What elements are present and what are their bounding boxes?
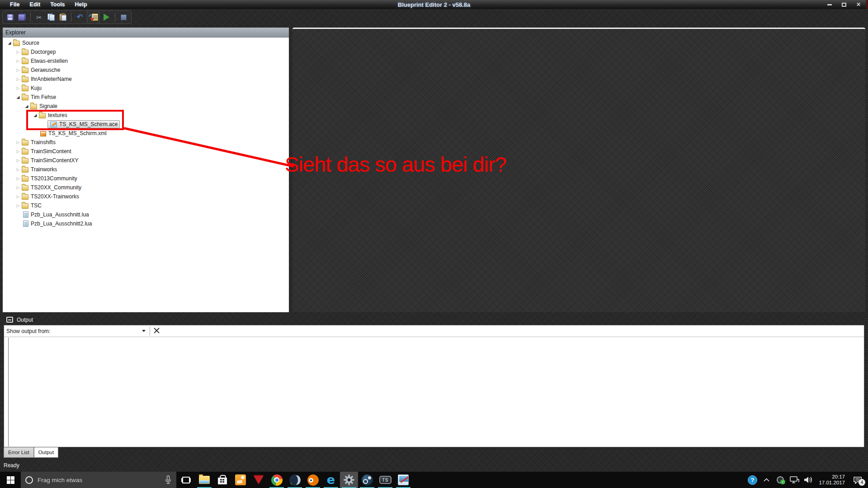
toolbar-separator <box>150 327 150 336</box>
paste-button[interactable] <box>58 13 67 22</box>
expander-collapsed-icon[interactable]: ▷ <box>16 50 20 54</box>
expander-collapsed-icon[interactable]: ▷ <box>16 185 20 190</box>
explorer-tree: ◢Source▷Doctorgep▷Etwas-erstellen▷Geraeu… <box>3 38 289 228</box>
folder-icon <box>13 41 20 46</box>
undo-button[interactable]: ↶ <box>75 13 85 22</box>
taskbar-app-blueprint-editor[interactable] <box>340 472 358 488</box>
tree-item-label: TrainSimContentXY <box>31 157 79 164</box>
show-hidden-icons-button[interactable] <box>761 474 772 486</box>
toolbar-separator <box>30 13 31 22</box>
tree-item[interactable]: ▷TrainSimContentXY <box>3 156 289 165</box>
tree-item[interactable]: Pzb_Lua_Ausschnitt2.lua <box>3 219 289 228</box>
expander-expanded-icon[interactable]: ◢ <box>7 41 12 45</box>
task-view-button[interactable] <box>176 472 195 488</box>
tree-item[interactable]: ▷Trainshifts <box>3 138 289 147</box>
expander-collapsed-icon[interactable]: ▷ <box>16 140 20 145</box>
volume-tray-button[interactable] <box>803 474 814 486</box>
taskbar-apps: eTS <box>195 472 412 488</box>
tree-item-label: TSC <box>31 202 42 209</box>
minimize-button[interactable] <box>824 1 835 8</box>
tree-item[interactable]: ◢Tim Fehse <box>3 93 289 102</box>
expander-collapsed-icon[interactable]: ▷ <box>16 59 20 63</box>
taskbar-app-steam[interactable] <box>358 472 376 488</box>
cut-button[interactable]: ✂ <box>34 13 44 22</box>
tree-item[interactable]: ▷TS20XX_Community <box>3 183 289 192</box>
expander-collapsed-icon[interactable]: ▷ <box>16 86 20 90</box>
taskbar-app-red-v-app[interactable] <box>250 472 268 488</box>
expander-collapsed-icon[interactable]: ▷ <box>16 68 20 72</box>
expander-collapsed-icon[interactable]: ▷ <box>16 77 20 81</box>
menu-item-edit[interactable]: Edit <box>26 0 44 9</box>
taskbar-app-file-explorer[interactable] <box>195 472 213 488</box>
expander-collapsed-icon[interactable]: ▷ <box>16 167 20 172</box>
stop-button[interactable] <box>119 13 128 22</box>
folder-icon <box>22 203 28 209</box>
clock[interactable]: 20:17 17.01.2017 <box>817 474 847 486</box>
expander-collapsed-icon[interactable]: ▷ <box>16 158 20 163</box>
expander-collapsed-icon[interactable]: ▷ <box>16 176 20 181</box>
clock-date: 17.01.2017 <box>819 480 845 486</box>
tree-item[interactable]: TS_KS_MS_Schirm.xml <box>3 129 289 138</box>
tree-item[interactable]: ▷Trainworks <box>3 165 289 174</box>
taskbar: Frag mich etwas eTS ? <box>0 472 868 488</box>
taskbar-app-daemon-tools[interactable] <box>286 472 304 488</box>
tree-item[interactable]: ▷Doctorgep <box>3 47 289 56</box>
maximize-button[interactable] <box>838 1 850 8</box>
window-controls: ✕ <box>824 0 864 9</box>
folder-icon <box>22 140 28 145</box>
folder-icon <box>22 167 28 173</box>
blueprint-editor-icon <box>343 474 355 486</box>
start-button[interactable] <box>0 472 21 488</box>
taskbar-app-blender[interactable] <box>304 472 322 488</box>
taskbar-app-orange-editor[interactable] <box>231 472 250 488</box>
collapse-output-button[interactable] <box>6 317 13 323</box>
tree-item[interactable]: ◢Source <box>3 38 289 47</box>
network-icon <box>789 476 799 484</box>
expander-expanded-icon[interactable]: ◢ <box>16 95 20 99</box>
tree-item-label: Etwas-erstellen <box>31 58 68 64</box>
expander-collapsed-icon[interactable]: ▷ <box>16 194 20 199</box>
taskbar-app-paint-tool[interactable] <box>394 472 412 488</box>
tree-item[interactable]: ▷Kuju <box>3 84 289 93</box>
run-button[interactable] <box>102 13 111 22</box>
tree-item[interactable]: ▷TS2013Community <box>3 174 289 183</box>
taskbar-app-chrome[interactable] <box>268 472 286 488</box>
expander-expanded-icon[interactable]: ◢ <box>24 104 29 108</box>
tree-item[interactable]: ▷TSC <box>3 201 289 210</box>
output-panel: Show output from: <box>4 325 864 447</box>
tree-item[interactable]: ▷Geraeusche <box>3 66 289 75</box>
daemon-tools-icon <box>289 474 301 486</box>
clear-output-button[interactable] <box>153 327 160 335</box>
toolbar: ✂↶↷ <box>0 9 868 26</box>
tree-item[interactable]: ▷TrainSimContent <box>3 147 289 156</box>
expander-collapsed-icon[interactable]: ▷ <box>16 149 20 154</box>
steam-tray-button[interactable] <box>775 474 786 486</box>
menu-item-help[interactable]: Help <box>71 0 91 9</box>
tab-error-list[interactable]: Error List <box>4 447 34 458</box>
action-center-button[interactable]: 4 <box>850 474 865 486</box>
tree-item[interactable]: Pzb_Lua_Ausschnitt.lua <box>3 210 289 219</box>
tab-output[interactable]: Output <box>34 447 59 458</box>
save-all-button[interactable] <box>17 13 27 22</box>
tree-item-label: TS_KS_MS_Schirm.xml <box>48 130 107 136</box>
close-button[interactable]: ✕ <box>853 1 864 8</box>
chevron-down-icon[interactable] <box>142 330 146 332</box>
tree-item[interactable]: ▷Etwas-erstellen <box>3 56 289 66</box>
help-tray-button[interactable]: ? <box>747 474 758 486</box>
taskbar-app-windows-store[interactable] <box>213 472 231 488</box>
tree-item[interactable]: ▷TS20XX-Trainworks <box>3 192 289 201</box>
tree-item[interactable]: ▷IhrAnbieterName <box>3 75 289 84</box>
folder-icon <box>22 77 28 82</box>
save-button[interactable] <box>5 13 15 22</box>
export-button[interactable] <box>90 13 99 22</box>
taskbar-app-train-simulator[interactable]: TS <box>376 472 394 488</box>
network-tray-button[interactable] <box>789 474 800 486</box>
copy-button[interactable] <box>46 13 56 22</box>
expander-collapsed-icon[interactable]: ▷ <box>16 203 20 208</box>
menu-item-tools[interactable]: Tools <box>47 0 68 9</box>
tree-item[interactable]: ◢Signale <box>3 102 289 111</box>
search-input[interactable]: Frag mich etwas <box>21 472 176 488</box>
microphone-icon[interactable] <box>165 475 172 484</box>
taskbar-app-edge[interactable]: e <box>322 472 340 488</box>
menu-item-file[interactable]: File <box>6 0 24 9</box>
